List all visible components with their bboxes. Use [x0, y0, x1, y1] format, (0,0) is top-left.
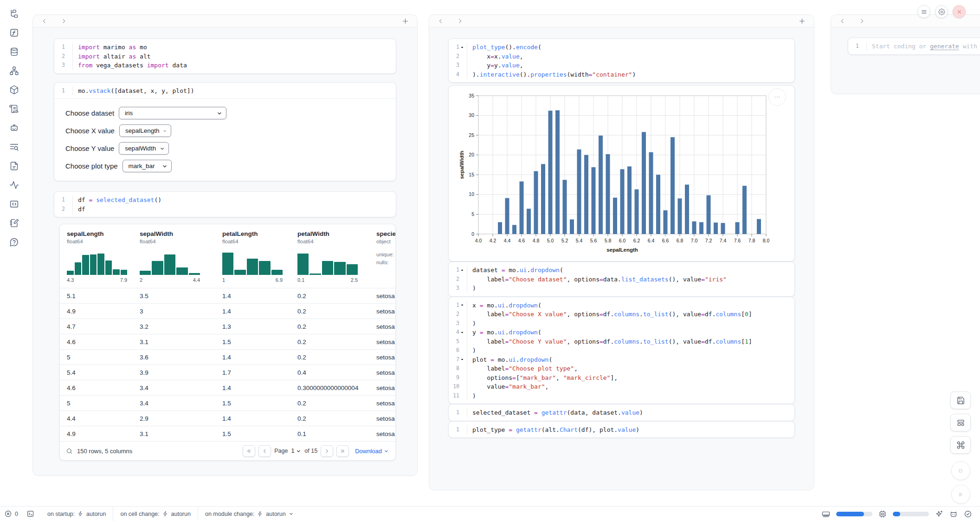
column-collapse-left-icon[interactable]: [839, 18, 846, 25]
run-button[interactable]: [951, 485, 970, 504]
code-cell-plot-type[interactable]: 1plot_type = getattr(alt.Chart(df), plot…: [448, 421, 795, 438]
column-collapse-left-icon[interactable]: [41, 18, 48, 25]
sidebar-item-help[interactable]: [7, 236, 21, 248]
table-column-header[interactable]: petalLengthfloat6416.9: [222, 230, 297, 288]
ai-sparkles-icon[interactable]: [935, 510, 943, 518]
choose-x-value-select[interactable]: sepalLength: [119, 124, 171, 137]
sidebar-item-activity[interactable]: [7, 179, 21, 191]
sidebar-item-ai-chat[interactable]: [7, 122, 21, 134]
table-row[interactable]: 53.61.40.2setosa: [60, 349, 395, 365]
table-cell: 4.9: [67, 308, 140, 315]
settings-button[interactable]: [935, 5, 948, 18]
error-indicator[interactable]: 0: [0, 507, 22, 521]
column-collapse-left-icon[interactable]: [437, 18, 444, 25]
code-cell-vstack[interactable]: 1mo.vstack([dataset, x, y, plot])Choose …: [54, 82, 396, 182]
line-number: 1: [848, 42, 867, 51]
table-row[interactable]: 4.73.21.30.2setosa: [60, 319, 395, 334]
column-header: [429, 15, 814, 27]
code-cell-encode[interactable]: 1plot_type().encode(2 x=x.value,3 y=y.va…: [448, 39, 795, 83]
page-select[interactable]: 1: [291, 448, 301, 454]
download-button[interactable]: Download: [355, 448, 389, 455]
fold-chevron-icon[interactable]: [460, 357, 465, 362]
table-row[interactable]: 4.63.11.50.2setosa: [60, 334, 395, 349]
code-editor[interactable]: 1df = selected_dataset()2df: [54, 192, 396, 217]
table-column-header[interactable]: petalWidthfloat640.12.5: [297, 230, 376, 288]
code-editor[interactable]: 1plot_type = getattr(alt.Chart(df), plot…: [449, 422, 794, 438]
chart-menu-button[interactable]: [768, 88, 786, 106]
autorun-setting-1[interactable]: on startup:autorun: [40, 507, 113, 521]
sidebar-item-document[interactable]: [7, 160, 21, 172]
status-bar: 0 on startup:autorunon cell change:autor…: [0, 506, 980, 521]
code-editor[interactable]: 1Start coding or generate with: [848, 38, 980, 54]
stop-button[interactable]: [951, 461, 970, 480]
sidebar-item-search-list[interactable]: [7, 141, 21, 153]
table-row[interactable]: 4.931.40.2setosa: [60, 303, 395, 319]
connection-status-icon[interactable]: [964, 510, 972, 518]
next-page-button[interactable]: [321, 445, 333, 457]
code-cell-xyplot-dd[interactable]: 1x = mo.ui.dropdown(2 label="Choose X va…: [448, 297, 795, 404]
table-row[interactable]: 5.43.91.70.4setosa: [60, 365, 395, 380]
dropdown-row: Choose Y valuesepalWidth: [65, 142, 385, 155]
sidebar-item-database[interactable]: [7, 46, 21, 58]
fold-chevron-icon[interactable]: [460, 268, 465, 273]
bar-chart[interactable]: 4.04.24.44.64.85.05.25.45.65.86.06.26.46…: [457, 92, 782, 255]
svg-text:7.8: 7.8: [748, 238, 755, 243]
fold-chevron-icon[interactable]: [460, 303, 465, 307]
add-column-button[interactable]: [401, 17, 409, 25]
code-cell-dataset-dd[interactable]: 1dataset = mo.ui.dropdown(2 label="Choos…: [448, 261, 795, 297]
sidebar-item-package[interactable]: [7, 84, 21, 96]
line-number: 3: [449, 284, 467, 293]
scratch-code-cell[interactable]: 1Start coding or generate with: [848, 38, 980, 55]
bar: [757, 219, 761, 234]
code-line: 11): [449, 391, 794, 401]
code-editor[interactable]: 1x = mo.ui.dropdown(2 label="Choose X va…: [449, 297, 794, 404]
choose-plot-type-select[interactable]: mark_bar: [122, 160, 172, 172]
fold-chevron-icon[interactable]: [460, 330, 465, 335]
code-editor[interactable]: 1plot_type().encode(2 x=x.value,3 y=y.va…: [449, 39, 794, 82]
selected-value: mark_bar: [129, 163, 155, 169]
add-column-button[interactable]: [798, 17, 806, 25]
generate-link[interactable]: generate: [930, 43, 959, 50]
first-page-button[interactable]: [243, 445, 255, 457]
code-cell-df[interactable]: 1df = selected_dataset()2df: [54, 191, 396, 217]
sidebar-item-scratchpad[interactable]: [7, 217, 21, 229]
fold-chevron-icon[interactable]: [460, 45, 465, 50]
sidebar-item-script-log[interactable]: [7, 103, 21, 115]
column-collapse-right-icon[interactable]: [457, 18, 464, 25]
table-row[interactable]: 5.13.51.40.2setosa: [60, 288, 395, 303]
table-column-header[interactable]: sepalLengthfloat644.37.9: [67, 230, 140, 288]
column-collapse-right-icon[interactable]: [60, 18, 67, 25]
code-cell-imports[interactable]: 1import marimo as mo2import altair as al…: [54, 39, 396, 74]
code-editor[interactable]: 1mo.vstack([dataset, x, y, plot]): [54, 83, 396, 99]
code-editor[interactable]: 1import marimo as mo2import altair as al…: [54, 39, 396, 73]
code-editor[interactable]: 1selected_dataset = getattr(data, datase…: [449, 404, 794, 421]
sidebar-item-function[interactable]: [7, 26, 21, 39]
terminal-button[interactable]: [22, 507, 39, 521]
table-column-header[interactable]: sepalWidthfloat6424.4: [140, 230, 222, 288]
table-column-header[interactable]: speciesobjectunique:nulls:: [376, 230, 395, 288]
last-page-button[interactable]: [336, 445, 349, 457]
autorun-setting-2[interactable]: on cell change:autorun: [113, 507, 198, 521]
shutdown-button[interactable]: [953, 5, 966, 18]
prev-page-button[interactable]: [258, 445, 271, 457]
menu-button[interactable]: [917, 5, 930, 18]
column-collapse-right-icon[interactable]: [858, 18, 865, 25]
search-icon[interactable]: [66, 448, 73, 455]
layout-button[interactable]: [950, 414, 971, 431]
code-cell-selected-dataset[interactable]: 1selected_dataset = getattr(data, datase…: [448, 404, 795, 421]
choose-dataset-select[interactable]: iris: [119, 107, 226, 119]
table-row[interactable]: 53.41.50.2setosa: [60, 395, 395, 410]
choose-y-value-select[interactable]: sepalWidth: [119, 142, 169, 155]
sidebar-item-dependency-graph[interactable]: [7, 65, 21, 77]
table-row[interactable]: 4.93.11.50.1setosa: [60, 426, 395, 441]
save-button[interactable]: [950, 391, 971, 409]
table-row[interactable]: 4.42.91.40.2setosa: [60, 410, 395, 426]
code-editor[interactable]: 1dataset = mo.ui.dropdown(2 label="Choos…: [449, 262, 794, 296]
code-line: 1dataset = mo.ui.dropdown(: [449, 266, 794, 275]
command-palette-button[interactable]: [950, 436, 971, 454]
autorun-setting-3[interactable]: on module change:autorun: [198, 507, 301, 521]
sidebar-item-code-snippets[interactable]: [7, 198, 21, 210]
sidebar-item-file-tree[interactable]: [7, 7, 21, 20]
table-row[interactable]: 4.63.41.40.3000000000000004setosa: [60, 380, 395, 395]
copilot-icon[interactable]: [949, 510, 958, 518]
